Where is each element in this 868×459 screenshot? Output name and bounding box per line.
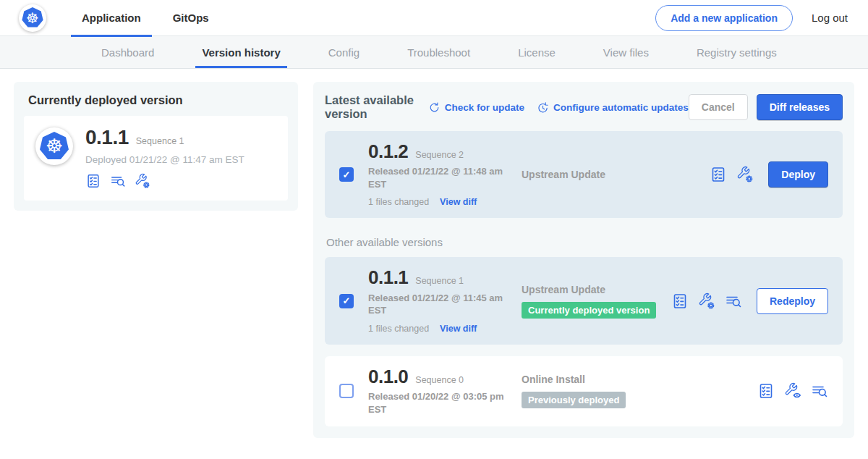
top-tabs: ApplicationGitOps [71, 0, 230, 36]
version-source-block: Upstream Update [522, 169, 710, 180]
deployed-version-sequence: Sequence 1 [136, 136, 184, 146]
main-content: Currently deployed version ☸ 0.1.1 Seque… [0, 69, 868, 438]
logout-link[interactable]: Log out [812, 12, 848, 24]
latest-version-slot: ✓ 0.1.2 Sequence 2 Released 01/21/22 @ 1… [325, 131, 843, 218]
subnav-item-version-history[interactable]: Version history [195, 36, 286, 68]
version-source: Online Install [522, 374, 757, 385]
subnav-item-registry-settings[interactable]: Registry settings [690, 36, 783, 68]
refresh-icon [428, 101, 441, 114]
available-panel-title: Latest available version [325, 93, 416, 121]
release-notes-icon[interactable] [710, 166, 727, 183]
top-nav-right: Add a new application Log out [655, 5, 868, 31]
cancel-button[interactable]: Cancel [689, 94, 748, 120]
version-actions [757, 382, 828, 400]
version-status-badge: Previously deployed [522, 392, 626, 408]
deployed-timestamp: Deployed 01/21/22 @ 11:47 am EST [85, 154, 244, 165]
release-notes-icon[interactable] [671, 292, 689, 310]
version-source: Upstream Update [522, 169, 710, 180]
available-versions-panel: Latest available version Check for updat… [313, 82, 854, 438]
other-versions-title: Other available versions [326, 236, 841, 248]
check-for-update-label: Check for update [445, 102, 524, 113]
check-for-update-link[interactable]: Check for update [428, 101, 524, 114]
diff-releases-button[interactable]: Diff releases [757, 94, 843, 120]
version-checkbox[interactable]: ✓ [339, 167, 354, 182]
view-diff-link[interactable]: View diff [440, 197, 477, 207]
kubernetes-logo-icon: ☸ [22, 7, 43, 28]
version-number: 0.1.0 [368, 367, 408, 387]
top-tab-application[interactable]: Application [71, 0, 152, 36]
version-released: Released 01/21/22 @ 11:45 am EST [368, 292, 510, 317]
version-released: Released 01/21/22 @ 11:48 am EST [368, 165, 510, 190]
configure-automatic-updates-label: Configure automatic updates [553, 102, 689, 113]
version-source-block: Upstream Update Currently deployed versi… [522, 284, 671, 319]
deployed-panel-title: Currently deployed version [24, 93, 288, 107]
files-line: 1 files changed View diff [368, 324, 513, 334]
deployed-version-card: ☸ 0.1.1 Sequence 1 Deployed 01/21/22 @ 1… [24, 116, 288, 201]
version-checkbox[interactable] [339, 384, 354, 398]
version-row: ✓ 0.1.1 Sequence 1 Released 01/21/22 @ 1… [325, 257, 843, 344]
app-logo: ☸ [19, 4, 46, 32]
view-diff-link[interactable]: View diff [440, 324, 477, 334]
subnav-item-dashboard[interactable]: Dashboard [95, 36, 161, 68]
version-row: 0.1.0 Sequence 0 Released 01/20/22 @ 03:… [325, 356, 843, 426]
files-line: 1 files changed View diff [368, 197, 513, 207]
version-info: 0.1.1 Sequence 1 Released 01/21/22 @ 11:… [368, 268, 513, 333]
version-info: 0.1.2 Sequence 2 Released 01/21/22 @ 11:… [368, 142, 513, 207]
top-nav: ☸ ApplicationGitOps Add a new applicatio… [0, 0, 868, 36]
version-status-badge: Currently deployed version [522, 302, 656, 319]
release-notes-icon[interactable] [85, 173, 101, 189]
version-sequence: Sequence 2 [415, 150, 464, 160]
version-source-block: Online Install Previously deployed [522, 374, 757, 408]
deployed-version-info: 0.1.1 Sequence 1 Deployed 01/21/22 @ 11:… [85, 127, 244, 189]
version-actions: Deploy [710, 161, 828, 188]
release-notes-icon[interactable] [757, 382, 775, 400]
available-header: Latest available version Check for updat… [325, 93, 843, 121]
logs-icon[interactable] [110, 173, 126, 189]
other-versions-slot: ✓ 0.1.1 Sequence 1 Released 01/21/22 @ 1… [325, 257, 843, 426]
row-icons [671, 292, 742, 310]
deployed-version-number: 0.1.1 [85, 127, 129, 148]
version-info: 0.1.0 Sequence 0 Released 01/20/22 @ 03:… [368, 367, 513, 416]
subnav-item-view-files[interactable]: View files [597, 36, 655, 68]
add-application-button[interactable]: Add a new application [655, 5, 793, 31]
subnav-item-troubleshoot[interactable]: Troubleshoot [401, 36, 477, 68]
version-number: 0.1.1 [368, 268, 408, 287]
deploy-button[interactable]: Deploy [768, 161, 828, 188]
app-sub-nav: DashboardVersion historyConfigTroublesho… [0, 36, 868, 69]
version-released: Released 01/20/22 @ 03:05 pm EST [368, 390, 510, 416]
version-checkbox[interactable]: ✓ [339, 294, 354, 308]
row-icons [757, 382, 828, 400]
config-gear-icon[interactable] [135, 173, 150, 189]
kubernetes-logo-icon: ☸ [40, 132, 69, 161]
config-gear-icon[interactable] [736, 166, 754, 183]
version-source: Upstream Update [522, 284, 671, 295]
configure-automatic-updates-link[interactable]: Configure automatic updates [537, 101, 689, 114]
header-actions: Cancel Diff releases [689, 94, 843, 120]
subnav-item-license[interactable]: License [511, 36, 562, 68]
config-gear-icon[interactable] [698, 292, 715, 310]
version-actions: Redeploy [671, 288, 828, 314]
version-row: ✓ 0.1.2 Sequence 2 Released 01/21/22 @ 1… [325, 131, 843, 218]
top-tab-gitops[interactable]: GitOps [162, 0, 220, 36]
currently-deployed-panel: Currently deployed version ☸ 0.1.1 Seque… [14, 82, 298, 211]
version-sequence: Sequence 0 [415, 375, 464, 385]
redeploy-button[interactable]: Redeploy [757, 288, 828, 314]
config-eye-icon[interactable] [784, 382, 801, 400]
files-changed: 1 files changed [368, 197, 429, 207]
subnav-item-config[interactable]: Config [322, 36, 366, 68]
files-changed: 1 files changed [368, 324, 429, 334]
version-number: 0.1.2 [368, 142, 408, 161]
deployed-icons [85, 173, 244, 189]
row-icons [710, 166, 754, 183]
schedule-icon [537, 101, 549, 114]
version-sequence: Sequence 1 [415, 276, 464, 286]
logs-icon[interactable] [725, 292, 742, 310]
logs-icon[interactable] [811, 382, 828, 400]
app-icon-badge: ☸ [35, 127, 73, 165]
